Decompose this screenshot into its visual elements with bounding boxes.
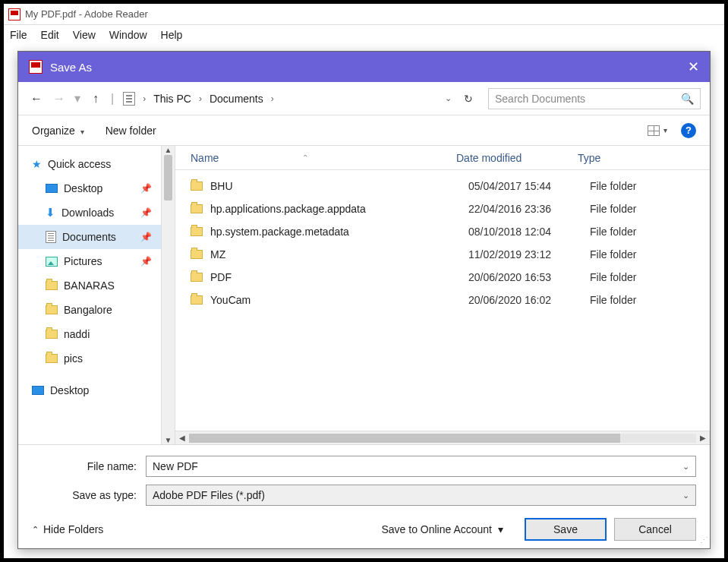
- sidebar-scrollbar[interactable]: ▲ ▼: [161, 146, 175, 444]
- sidebar-item-downloads[interactable]: ⬇ Downloads 📌: [18, 200, 161, 225]
- folder-icon: [191, 295, 203, 305]
- address-bar: ← → ▾ ↑ | › This PC › Documents › ⌄ ↻ Se…: [18, 82, 710, 115]
- star-icon: ★: [32, 158, 42, 170]
- dialog-titlebar[interactable]: Save As ✕: [18, 52, 710, 82]
- separator: |: [111, 92, 114, 106]
- chevron-down-icon[interactable]: ⌄: [682, 462, 689, 472]
- sidebar-item-desktop[interactable]: Desktop 📌: [18, 176, 161, 200]
- chevron-down-icon[interactable]: ⌄: [682, 491, 689, 500]
- chevron-right-icon[interactable]: ›: [199, 93, 202, 104]
- sidebar-item-folder[interactable]: pics: [18, 346, 161, 371]
- menubar: File Edit View Window Help: [4, 25, 724, 45]
- search-input[interactable]: Search Documents 🔍: [488, 88, 701, 109]
- column-type[interactable]: Type: [578, 152, 710, 164]
- save-online-button[interactable]: Save to Online Account ▾: [381, 523, 503, 535]
- save-type-label: Save as type:: [32, 489, 146, 501]
- breadcrumb-this-pc[interactable]: This PC: [150, 93, 194, 105]
- chevron-right-icon[interactable]: ›: [271, 93, 274, 104]
- folder-icon: [46, 354, 58, 363]
- sidebar-item-quick-access[interactable]: ★ Quick access: [18, 152, 161, 176]
- file-type: File folder: [590, 248, 710, 260]
- save-button[interactable]: Save: [525, 518, 607, 541]
- table-row[interactable]: BHU05/04/2017 15:44File folder: [175, 175, 710, 197]
- chevron-down-icon: ▾: [80, 128, 84, 136]
- chevron-right-icon[interactable]: ›: [143, 93, 146, 104]
- menu-view[interactable]: View: [73, 29, 96, 41]
- close-icon[interactable]: ✕: [688, 58, 699, 75]
- desktop-icon: [46, 184, 58, 193]
- file-name: PDF: [210, 271, 468, 283]
- file-name-label: File name:: [32, 460, 146, 472]
- scroll-thumb[interactable]: [164, 155, 172, 200]
- sidebar-item-folder[interactable]: BANARAS: [18, 273, 161, 298]
- sidebar-item-folder[interactable]: naddi: [18, 322, 161, 346]
- dialog-title: Save As: [50, 61, 92, 74]
- refresh-icon[interactable]: ↻: [464, 93, 473, 105]
- save-type-select[interactable]: Adobe PDF Files (*.pdf) ⌄: [146, 485, 696, 506]
- sidebar-item-documents[interactable]: Documents 📌: [18, 225, 161, 249]
- file-date: 11/02/2019 23:12: [468, 248, 590, 260]
- chevron-up-icon: ⌃: [32, 525, 39, 535]
- column-name[interactable]: Name: [191, 152, 219, 164]
- scroll-thumb[interactable]: [189, 434, 620, 443]
- pin-icon: 📌: [140, 207, 152, 218]
- menu-edit[interactable]: Edit: [41, 29, 59, 41]
- cancel-button[interactable]: Cancel: [614, 518, 696, 541]
- scroll-left-icon[interactable]: ◀: [175, 434, 189, 442]
- up-button[interactable]: ↑: [87, 92, 105, 106]
- search-icon[interactable]: 🔍: [681, 93, 694, 105]
- forward-button[interactable]: →: [50, 92, 68, 106]
- pdf-icon: [8, 8, 20, 21]
- address-dropdown-icon[interactable]: ⌄: [445, 93, 452, 103]
- separator: ▾: [74, 91, 80, 106]
- new-folder-button[interactable]: New folder: [106, 125, 156, 137]
- download-icon: ⬇: [46, 206, 55, 219]
- file-list: Name ⌃ Date modified Type BHU05/04/2017 …: [175, 146, 710, 444]
- file-date: 20/06/2020 16:53: [468, 271, 590, 283]
- sidebar-item-folder[interactable]: Bangalore: [18, 298, 161, 322]
- pin-icon: 📌: [140, 256, 152, 267]
- table-row[interactable]: PDF20/06/2020 16:53File folder: [175, 266, 710, 289]
- scroll-down-icon[interactable]: ▼: [162, 436, 175, 444]
- folder-icon: [191, 273, 203, 282]
- table-row[interactable]: hp.system.package.metadata08/10/2018 12:…: [175, 220, 710, 243]
- folder-icon: [191, 250, 203, 259]
- file-date: 20/06/2020 16:02: [468, 294, 590, 306]
- back-button[interactable]: ←: [27, 92, 46, 106]
- column-headers[interactable]: Name ⌃ Date modified Type: [175, 146, 710, 170]
- file-name-input[interactable]: New PDF ⌄: [146, 456, 696, 477]
- chevron-down-icon: ▾: [663, 126, 667, 134]
- file-date: 08/10/2018 12:04: [468, 226, 590, 238]
- folder-icon: [191, 204, 203, 213]
- file-type: File folder: [590, 203, 710, 215]
- table-row[interactable]: MZ11/02/2019 23:12File folder: [175, 243, 710, 266]
- horizontal-scrollbar[interactable]: ◀ ▶: [175, 431, 710, 444]
- breadcrumb-documents[interactable]: Documents: [206, 93, 266, 105]
- table-row[interactable]: YouCam20/06/2020 16:02File folder: [175, 289, 710, 311]
- menu-file[interactable]: File: [10, 29, 27, 41]
- sort-indicator-icon: ⌃: [302, 153, 308, 162]
- menu-window[interactable]: Window: [109, 29, 147, 41]
- app-titlebar: My PDF.pdf - Adobe Reader: [4, 4, 724, 25]
- scroll-right-icon[interactable]: ▶: [696, 434, 710, 442]
- hide-folders-button[interactable]: ⌃ Hide Folders: [32, 523, 103, 535]
- file-type: File folder: [590, 271, 710, 283]
- folder-icon: [46, 305, 58, 314]
- scroll-up-icon[interactable]: ▲: [162, 146, 175, 154]
- help-icon[interactable]: ?: [681, 123, 696, 138]
- organize-button[interactable]: Organize ▾: [32, 125, 84, 137]
- document-icon: [46, 231, 56, 243]
- file-name: MZ: [210, 248, 468, 260]
- app-title: My PDF.pdf - Adobe Reader: [25, 8, 148, 20]
- chevron-down-icon: ▾: [498, 523, 503, 535]
- file-type: File folder: [590, 294, 710, 306]
- sidebar-item-pictures[interactable]: Pictures 📌: [18, 249, 161, 273]
- file-name: hp.system.package.metadata: [210, 226, 468, 238]
- sidebar-item-desktop[interactable]: Desktop: [18, 378, 161, 403]
- folder-icon: [191, 227, 203, 236]
- table-row[interactable]: hp.applications.package.appdata22/04/201…: [175, 197, 710, 220]
- view-options-button[interactable]: ▾: [648, 125, 667, 136]
- menu-help[interactable]: Help: [161, 29, 183, 41]
- column-date[interactable]: Date modified: [456, 152, 578, 164]
- file-name: YouCam: [210, 294, 468, 306]
